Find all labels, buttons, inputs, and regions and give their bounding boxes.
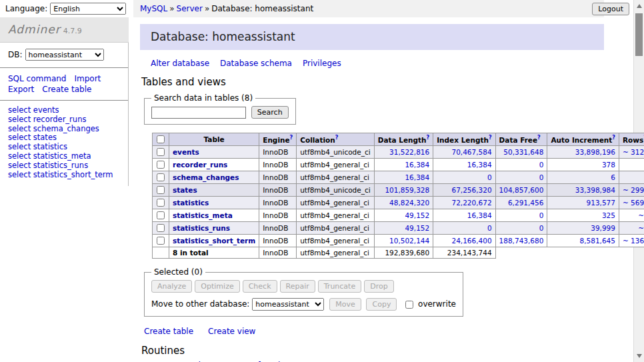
data-length-link-statistics-meta[interactable]: 49,152: [405, 211, 429, 219]
help-link[interactable]: ?: [489, 135, 492, 141]
rows-estimate-link-statistics[interactable]: ~ 569,159: [623, 199, 644, 207]
sidebar-select-statistics-runs[interactable]: select statistics_runs: [8, 161, 120, 171]
analyze-button[interactable]: Analyze: [151, 280, 192, 293]
language-select[interactable]: English: [50, 3, 126, 15]
row-checkbox-statistics-meta[interactable]: [157, 211, 165, 219]
database-schema-link[interactable]: Database schema: [220, 59, 292, 68]
data-free-cell: 188,743,680: [495, 235, 547, 247]
scrollbar-down-icon[interactable]: [637, 354, 642, 358]
sidebar-select-statistics-short-term[interactable]: select statistics_short_term: [8, 171, 120, 180]
auto-increment-link-events[interactable]: 33,898,196: [575, 148, 615, 156]
repair-button[interactable]: Repair: [280, 280, 315, 293]
table-link-statistics-runs[interactable]: statistics_runs: [173, 224, 230, 232]
data-free-link-recorder-runs[interactable]: 0: [539, 161, 544, 169]
sidebar-select-statistics-meta[interactable]: select statistics_meta: [8, 152, 120, 161]
data-free-link-statistics-meta[interactable]: 0: [539, 211, 544, 219]
search-input[interactable]: [151, 107, 246, 119]
auto-increment-link-schema-changes[interactable]: 6: [611, 173, 615, 181]
alter-database-link[interactable]: Alter database: [151, 59, 209, 68]
data-length-link-statistics[interactable]: 48,824,320: [389, 199, 429, 207]
data-length-link-statistics-runs[interactable]: 49,152: [405, 224, 429, 232]
sidebar-link-sql-command[interactable]: SQL command: [8, 74, 66, 83]
auto-increment-link-statistics[interactable]: 913,577: [587, 199, 615, 207]
scrollbar-up-icon[interactable]: [637, 4, 642, 8]
search-button[interactable]: Search: [251, 106, 289, 119]
help-link[interactable]: ?: [612, 135, 615, 141]
auto-increment-link-statistics-runs[interactable]: 39,999: [591, 224, 615, 232]
move-db-select[interactable]: homeassistant: [252, 298, 324, 311]
data-length-link-states[interactable]: 101,859,328: [385, 186, 429, 194]
db-select[interactable]: homeassistant: [25, 49, 104, 61]
data-free-link-statistics-runs[interactable]: 0: [539, 224, 544, 232]
sidebar-select-schema-changes[interactable]: select schema_changes: [8, 125, 120, 134]
index-length-link-statistics-short-term[interactable]: 24,166,400: [451, 237, 491, 245]
data-length-link-statistics-short-term[interactable]: 10,502,144: [389, 237, 429, 245]
auto-increment-link-recorder-runs[interactable]: 378: [602, 161, 615, 169]
table-link-statistics-meta[interactable]: statistics_meta: [173, 211, 233, 219]
breadcrumb-server-link[interactable]: Server: [177, 4, 203, 13]
scrollbar-thumb[interactable]: [635, 13, 643, 56]
row-checkbox-statistics[interactable]: [157, 199, 165, 207]
data-length-link-events[interactable]: 31,522,816: [389, 148, 429, 156]
index-length-link-statistics-runs[interactable]: 0: [487, 224, 492, 232]
logout-button[interactable]: Logout: [592, 3, 629, 15]
row-checkbox-schema-changes[interactable]: [157, 173, 165, 181]
copy-button[interactable]: Copy: [366, 298, 397, 311]
overwrite-checkbox[interactable]: [405, 301, 413, 309]
sidebar-link-export[interactable]: Export: [8, 85, 34, 94]
row-checkbox-states[interactable]: [157, 186, 165, 194]
row-checkbox-recorder-runs[interactable]: [157, 161, 165, 169]
drop-button[interactable]: Drop: [364, 280, 393, 293]
data-length-link-recorder-runs[interactable]: 16,384: [405, 161, 429, 169]
rows-estimate-link-statistics-short-term[interactable]: ~ 136,108: [623, 237, 644, 245]
check-button[interactable]: Check: [243, 280, 277, 293]
index-length-link-recorder-runs[interactable]: 16,384: [467, 161, 492, 169]
data-length-link-schema-changes[interactable]: 16,384: [405, 173, 429, 181]
data-free-link-statistics[interactable]: 6,291,456: [508, 199, 543, 207]
breadcrumb-mysql-link[interactable]: MySQL: [140, 4, 167, 13]
rows-estimate-link-statistics-runs[interactable]: ~ 628: [638, 224, 644, 232]
help-link[interactable]: ?: [427, 135, 430, 141]
data-free-cell: 6,291,456: [495, 197, 547, 209]
create-view-link[interactable]: Create view: [208, 327, 255, 336]
index-length-link-statistics-meta[interactable]: 16,384: [467, 211, 492, 219]
table-link-statistics[interactable]: statistics: [173, 199, 209, 207]
table-link-states[interactable]: states: [173, 186, 197, 194]
help-link[interactable]: ?: [290, 135, 293, 141]
help-link[interactable]: ?: [335, 135, 339, 141]
help-link[interactable]: ?: [537, 135, 541, 141]
sidebar-link-import[interactable]: Import: [74, 74, 101, 83]
index-length-link-states[interactable]: 67,256,320: [451, 186, 491, 194]
move-button[interactable]: Move: [329, 298, 361, 311]
auto-increment-link-statistics-short-term[interactable]: 8,581,645: [580, 237, 615, 245]
privileges-link[interactable]: Privileges: [303, 59, 341, 68]
index-length-link-statistics[interactable]: 72,220,672: [451, 199, 491, 207]
sidebar-select-events[interactable]: select events: [8, 106, 120, 115]
table-link-schema-changes[interactable]: schema_changes: [173, 173, 239, 181]
table-link-recorder-runs[interactable]: recorder_runs: [173, 161, 227, 169]
rows-estimate-link-statistics-meta[interactable]: ~ 244: [638, 211, 644, 219]
auto-increment-link-states[interactable]: 33,398,984: [575, 186, 615, 194]
row-checkbox-events[interactable]: [157, 148, 165, 156]
sidebar-select-recorder-runs[interactable]: select recorder_runs: [8, 115, 120, 125]
index-length-link-events[interactable]: 70,467,584: [451, 148, 491, 156]
select-all-checkbox[interactable]: [157, 135, 165, 143]
table-link-statistics-short-term[interactable]: statistics_short_term: [173, 237, 255, 245]
data-free-link-states[interactable]: 104,857,600: [499, 186, 544, 194]
sidebar-link-create-table[interactable]: Create table: [42, 85, 91, 94]
optimize-button[interactable]: Optimize: [195, 280, 239, 293]
row-checkbox-statistics-short-term[interactable]: [157, 237, 165, 245]
truncate-button[interactable]: Truncate: [318, 280, 361, 293]
index-length-link-schema-changes[interactable]: 0: [487, 173, 492, 181]
data-free-link-schema-changes[interactable]: 0: [539, 173, 544, 181]
data-free-link-statistics-short-term[interactable]: 188,743,680: [499, 237, 544, 245]
auto-increment-link-statistics-meta[interactable]: 325: [602, 211, 615, 219]
create-table-link[interactable]: Create table: [144, 327, 193, 336]
row-checkbox-statistics-runs[interactable]: [157, 224, 165, 232]
table-link-events[interactable]: events: [173, 148, 199, 156]
rows-estimate-link-events[interactable]: ~ 312,180: [623, 148, 644, 156]
rows-estimate-link-states[interactable]: ~ 299,833: [623, 186, 644, 194]
data-free-link-events[interactable]: 50,331,648: [503, 148, 543, 156]
sidebar-select-states[interactable]: select states: [8, 133, 120, 143]
sidebar-select-statistics[interactable]: select statistics: [8, 143, 120, 152]
